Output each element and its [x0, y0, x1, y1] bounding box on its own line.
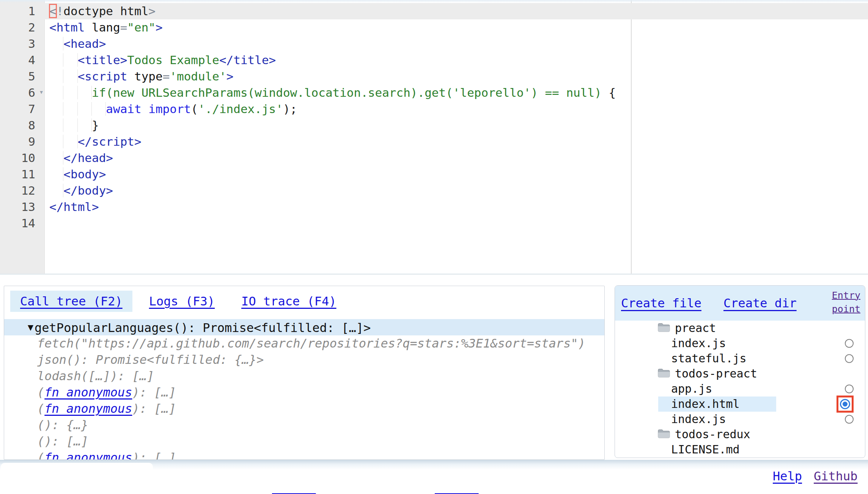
line-number: 8 — [0, 117, 45, 134]
call-tree-row[interactable]: (): […] — [4, 433, 604, 450]
call-tree-row[interactable]: (): {…} — [4, 417, 604, 433]
folder-icon — [657, 321, 670, 337]
file-tree: preactindex.jsstateful.jstodos-preactapp… — [615, 321, 865, 457]
file-row-app-js[interactable]: app.js — [615, 381, 865, 396]
line-number: 10 — [0, 150, 45, 166]
call-tree-row[interactable]: (fn anonymous): […] — [4, 384, 604, 401]
file-name-label: index.js — [671, 412, 726, 426]
line-number: 2 — [0, 19, 45, 36]
file-row-stateful-js[interactable]: stateful.js — [615, 351, 865, 366]
file-name-label: app.js — [671, 382, 712, 395]
clear-io-trace-button[interactable]: Clear IO trace (F6) — [272, 463, 374, 494]
file-panel-header: Create file Create dir Entry point — [615, 286, 865, 321]
folder-row-todos-redux[interactable]: todos-redux — [615, 427, 865, 442]
entry-point-radio[interactable] — [845, 339, 854, 348]
file-name-label: index.js — [671, 337, 726, 350]
tab-logs[interactable]: Logs (F3) — [139, 291, 225, 312]
file-name-label: stateful.js — [671, 352, 747, 365]
line-number: 12 — [0, 182, 45, 199]
status-bar: docs/examples/todos- preact/index.html C… — [0, 460, 868, 494]
folder-row-todos-preact[interactable]: todos-preact — [615, 366, 865, 381]
file-name-label: todos-preact — [675, 367, 757, 380]
line-numbers: 123456▾7891011121314 — [0, 3, 45, 231]
line-number: 4 — [0, 52, 45, 68]
folder-row-preact[interactable]: preact — [615, 321, 865, 336]
create-dir-button[interactable]: Create dir — [723, 286, 797, 321]
code-line[interactable]: } — [45, 117, 868, 134]
entry-point-radio[interactable] — [845, 385, 854, 393]
call-label: getPopularLanguages(): Promise<fulfilled… — [35, 321, 371, 335]
line-number: 11 — [0, 166, 45, 182]
file-panel: Create file Create dir Entry point preac… — [615, 285, 865, 458]
file-name-label: LICENSE.md — [671, 443, 740, 456]
code-line[interactable]: </body> — [45, 182, 868, 199]
entry-point-radio[interactable] — [840, 399, 850, 409]
code-line[interactable]: <title>Todos Example</title> — [45, 52, 868, 68]
call-tree: ▼getPopularLanguages(): Promise<fulfille… — [4, 319, 604, 460]
file-name-label: index.html — [671, 397, 740, 411]
line-number: 6▾ — [0, 85, 45, 101]
file-row-index-html[interactable]: index.html — [615, 396, 865, 412]
line-number: 14 — [0, 215, 45, 231]
github-link[interactable]: Github — [814, 468, 858, 484]
code-line[interactable]: <script type='module'> — [45, 68, 868, 85]
debugger-panel: Call tree (F2)Logs (F3)IO trace (F4) ▼ge… — [4, 286, 605, 460]
create-file-button[interactable]: Create file — [621, 286, 701, 321]
panel-tabs: Call tree (F2)Logs (F3)IO trace (F4) — [10, 291, 353, 312]
line-number: 1 — [0, 3, 45, 19]
code-line[interactable]: await import('./index.js'); — [45, 101, 868, 117]
file-name-label: todos-redux — [675, 428, 750, 441]
code-line[interactable]: </html> — [45, 199, 868, 215]
call-tree-row[interactable]: (fn anonymous): […] — [4, 450, 604, 460]
line-number: 5 — [0, 68, 45, 85]
call-tree-row[interactable]: (fn anonymous): […] — [4, 401, 604, 417]
call-tree-row[interactable]: ▼getPopularLanguages(): Promise<fulfille… — [4, 319, 604, 335]
folder-icon — [657, 367, 670, 382]
tab-call-tree[interactable]: Call tree (F2) — [10, 291, 132, 312]
code-line[interactable]: </head> — [45, 150, 868, 166]
code-editor[interactable]: 123456▾7891011121314 <!doctype html><htm… — [0, 0, 868, 275]
call-tree-row[interactable]: json(): Promise<fulfilled: {…}> — [4, 352, 604, 368]
file-row-index-js[interactable]: index.js — [615, 336, 865, 351]
code-line[interactable]: <body> — [45, 166, 868, 182]
reopen-run-window-button[interactable]: (Re)open run window (F7) — [435, 463, 574, 494]
leporello-app: 123456▾7891011121314 <!doctype html><htm… — [0, 0, 868, 494]
file-row-license-md[interactable]: LICENSE.md — [615, 442, 865, 457]
file-name-label: preact — [675, 321, 716, 335]
code-line[interactable] — [45, 215, 868, 231]
call-tree-row[interactable]: lodash([…]): […] — [4, 368, 604, 384]
entry-point-highlight-box — [837, 396, 854, 413]
line-number: 13 — [0, 199, 45, 215]
editor-code[interactable]: <!doctype html><html lang="en"> <head> <… — [45, 3, 868, 231]
fn-anonymous-link[interactable]: fn anonymous — [44, 450, 132, 460]
keyboard-mode-switch: Standard VIM — [638, 461, 785, 494]
expanded-arrow-icon[interactable]: ▼ — [28, 322, 33, 333]
fn-anonymous-link[interactable]: fn anonymous — [44, 401, 132, 416]
fold-arrow-icon[interactable]: ▾ — [39, 84, 44, 100]
code-line[interactable]: <head> — [45, 36, 868, 52]
call-tree-row[interactable]: fetch("https://api.github.com/search/rep… — [4, 335, 604, 352]
code-line[interactable]: <html lang="en"> — [45, 19, 868, 36]
code-line[interactable]: <!doctype html> — [45, 3, 868, 19]
folder-icon — [657, 428, 670, 443]
entry-point-radio[interactable] — [845, 354, 854, 363]
editor-cursor: < — [49, 4, 57, 18]
current-file-path: docs/examples/todos- preact/index.html — [1, 463, 153, 494]
entry-point-column-header[interactable]: Entry point — [829, 289, 860, 316]
help-link[interactable]: Help — [773, 468, 802, 484]
fn-anonymous-link[interactable]: fn anonymous — [44, 385, 132, 400]
line-number: 3 — [0, 36, 45, 52]
entry-point-radio[interactable] — [845, 415, 854, 424]
file-row-index-js[interactable]: index.js — [615, 412, 865, 427]
line-number: 9 — [0, 134, 45, 150]
code-line[interactable]: if(new URLSearchParams(window.location.s… — [45, 85, 868, 101]
code-line[interactable]: </script> — [45, 134, 868, 150]
line-number: 7 — [0, 101, 45, 117]
tab-io-trace[interactable]: IO trace (F4) — [231, 291, 346, 312]
